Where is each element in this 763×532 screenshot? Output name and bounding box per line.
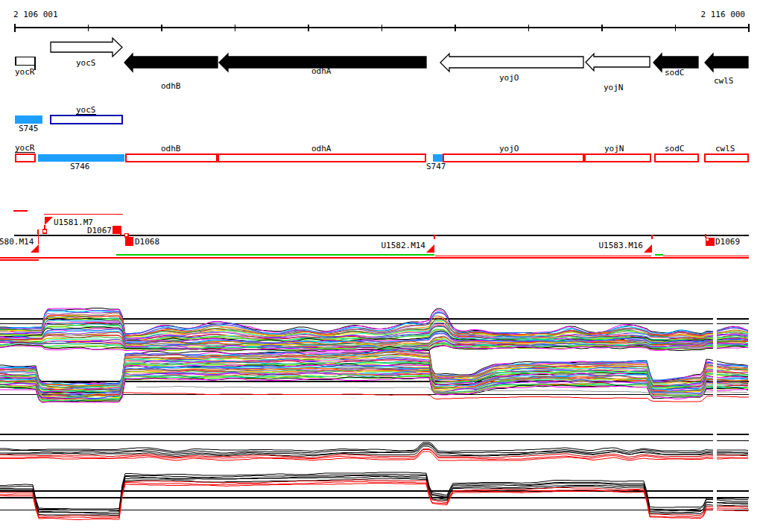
pole-tick xyxy=(651,235,653,240)
shift-marker-U1582.M14[interactable]: U1582.M14 xyxy=(381,235,435,253)
segment-track-lower: yocRS746odhBodhAS747yojOyojNsodCcwlS xyxy=(15,143,748,171)
marker-label-U1580.M14: 580.M14 xyxy=(0,237,34,247)
profile-line xyxy=(0,444,748,454)
tracks-canvas: yocRyocSodhBodhAyojOyojNsodCcwlSS745yocS… xyxy=(0,0,763,532)
gene-arrow-shape-yojO[interactable] xyxy=(440,54,583,72)
segment-box-cwlS[interactable] xyxy=(705,154,748,162)
pole-tick xyxy=(37,229,39,234)
gene-label-sodC: sodC xyxy=(665,68,685,77)
segment-label-cwlS: cwlS xyxy=(715,144,735,153)
segment-yocR[interactable]: yocR xyxy=(15,143,35,162)
shift-marker-U1580.M14[interactable]: 580.M14 xyxy=(0,229,39,253)
gap-mask xyxy=(713,304,717,416)
up-flag-icon[interactable] xyxy=(45,217,53,225)
segment-S745[interactable]: S745 xyxy=(15,115,42,133)
segment-S746[interactable]: S746 xyxy=(38,154,124,171)
gene-label-yojO: yojO xyxy=(499,73,519,83)
segment-yojO[interactable]: yojO xyxy=(443,144,583,162)
ruler xyxy=(15,24,749,32)
expression-plot-lower xyxy=(0,434,749,520)
marker-label-U1582.M14: U1582.M14 xyxy=(381,241,425,250)
segment-label-odhA: odhA xyxy=(311,144,332,153)
segment-label-S745: S745 xyxy=(19,124,39,133)
segment-box-S747[interactable] xyxy=(433,154,443,162)
ruler-end-label: 2 116 000 xyxy=(0,10,745,19)
segment-label-yocR[interactable]: yocR xyxy=(15,143,35,153)
segment-box-S745[interactable] xyxy=(15,115,42,124)
marker-label-D1069: D1069 xyxy=(715,237,740,247)
gene-arrow-yocS[interactable]: yocS xyxy=(51,38,122,68)
expression-plot-upper xyxy=(0,308,749,403)
segment-yocS[interactable]: yocS xyxy=(51,105,122,124)
pole-tick xyxy=(705,234,706,238)
down-flag-icon[interactable] xyxy=(644,244,652,253)
segment-label-yocS[interactable]: yocS xyxy=(76,105,96,115)
gene-track: yocRyocSodhBodhAyojOyojNsodCcwlS xyxy=(15,38,748,92)
gene-label-yojN: yojN xyxy=(604,83,624,92)
genome-browser: 2 106 001 2 116 000 yocRyocSodhBodhAyojO… xyxy=(0,0,763,532)
gene-arrow-shape-yojN[interactable] xyxy=(586,54,650,71)
down-box-icon[interactable] xyxy=(125,237,133,246)
shift-track: U1581.M7580.M14D1067D1068U1582.M14U1583.… xyxy=(0,211,749,260)
gene-label-odhA: odhA xyxy=(311,66,332,76)
pole-tick xyxy=(434,235,436,240)
segment-box-yocS[interactable] xyxy=(51,115,122,124)
segment-label-S747: S747 xyxy=(426,162,446,171)
segment-odhA[interactable]: odhA xyxy=(218,144,425,162)
profile-line xyxy=(0,484,748,520)
gap-mask xyxy=(713,429,717,526)
profile-line xyxy=(0,443,748,452)
gene-arrow-odhA[interactable]: odhA xyxy=(219,54,426,76)
segment-box-yojN[interactable] xyxy=(585,154,650,162)
gene-arrow-yojN[interactable]: yojN xyxy=(586,54,650,92)
gene-label-yocR: yocR xyxy=(15,67,35,77)
gene-label-odhB: odhB xyxy=(161,81,181,91)
gene-arrow-sodC[interactable]: sodC xyxy=(653,54,698,77)
segment-track-upper: S745yocS xyxy=(15,105,122,133)
marker-label-D1068: D1068 xyxy=(135,237,159,247)
segment-box-sodC[interactable] xyxy=(655,154,698,162)
gene-label-cwlS: cwlS xyxy=(714,76,734,86)
pole-square xyxy=(43,229,47,233)
segment-box-odhA[interactable] xyxy=(218,154,425,162)
segment-box-odhB[interactable] xyxy=(126,154,217,162)
plot-gap xyxy=(713,304,717,526)
shift-marker-U1583.M16[interactable]: U1583.M16 xyxy=(598,235,653,253)
segment-label-yojO: yojO xyxy=(499,144,519,153)
segment-cwlS[interactable]: cwlS xyxy=(705,144,748,162)
gene-arrow-shape-odhB[interactable] xyxy=(124,54,218,72)
segment-label-sodC: sodC xyxy=(665,144,685,153)
marker-label-U1583.M16: U1583.M16 xyxy=(598,241,643,250)
segment-yojN[interactable]: yojN xyxy=(585,144,650,162)
segment-label-yojN: yojN xyxy=(604,144,624,153)
segment-box-S746[interactable] xyxy=(38,154,124,162)
segment-box-yocR[interactable] xyxy=(16,154,35,162)
segment-odhB[interactable]: odhB xyxy=(126,144,217,162)
marker-label-D1067: D1067 xyxy=(87,226,112,235)
gene-label-yocS: yocS xyxy=(76,58,96,68)
pole-square xyxy=(125,234,129,238)
segment-label-odhB: odhB xyxy=(161,144,181,153)
gene-arrow-odhB[interactable]: odhB xyxy=(124,54,218,91)
gene-arrow-yocR[interactable]: yocR xyxy=(15,57,35,77)
segment-sodC[interactable]: sodC xyxy=(655,144,698,162)
gene-arrow-cwlS[interactable]: cwlS xyxy=(705,54,748,86)
down-box-icon[interactable] xyxy=(113,226,121,234)
gene-arrow-shape-yocS[interactable] xyxy=(51,38,122,57)
gene-arrow-yojO[interactable]: yojO xyxy=(440,54,583,83)
shift-marker-U1581.M7[interactable]: U1581.M7 xyxy=(43,217,93,233)
gene-box-yocR[interactable] xyxy=(16,57,35,66)
shift-marker-D1067[interactable]: D1067 xyxy=(87,226,121,235)
box-notch xyxy=(706,238,709,241)
segment-box-yojO[interactable] xyxy=(443,154,583,162)
segment-label-S746: S746 xyxy=(70,162,90,171)
gene-arrow-shape-cwlS[interactable] xyxy=(705,54,748,72)
down-flag-icon[interactable] xyxy=(426,244,434,253)
